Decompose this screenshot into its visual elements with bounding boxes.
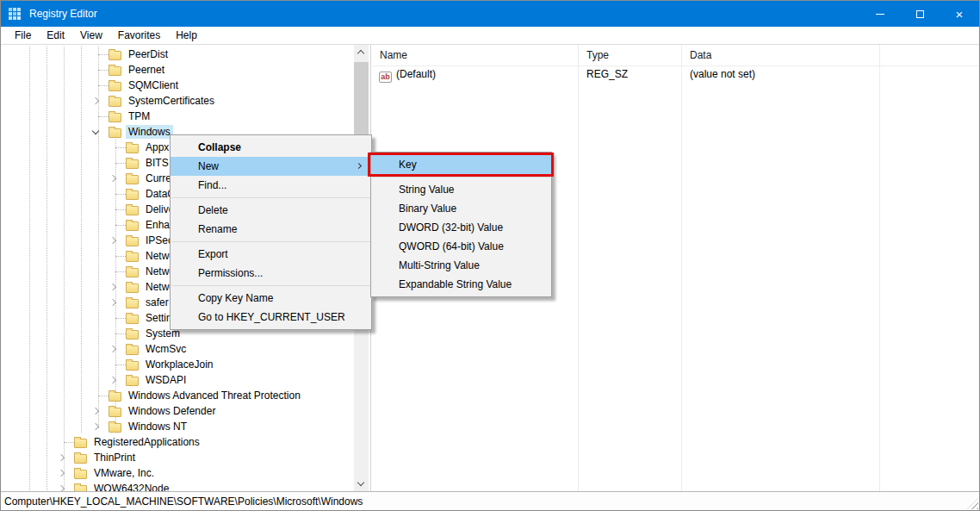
column-divider[interactable]: [681, 45, 682, 491]
chevron-right-icon[interactable]: [109, 299, 116, 306]
submenu-item-string-value[interactable]: String Value: [371, 180, 551, 199]
context-menu-separator: [171, 285, 370, 286]
context-menu-item-permissions[interactable]: Permissions...: [171, 264, 371, 283]
tree-item-systemcertificates[interactable]: SystemCertificates: [1, 93, 370, 109]
folder-icon: [126, 299, 139, 308]
submenu-item-qword-64-bit-value[interactable]: QWORD (64-bit) Value: [371, 237, 551, 256]
submenu-item-expandable-string-value[interactable]: Expandable String Value: [371, 275, 551, 294]
chevron-right-icon[interactable]: [92, 97, 99, 104]
tree-item-label: WcmSvc: [143, 342, 189, 356]
tree-item-wcmsvc[interactable]: WcmSvc: [1, 341, 370, 357]
chevron-right-icon[interactable]: [109, 346, 116, 352]
menubar-item-file[interactable]: File: [7, 27, 39, 44]
expander-slot: [107, 295, 121, 310]
tree-item-thinprint[interactable]: ThinPrint: [1, 450, 370, 465]
tree-item-label: Windows Defender: [126, 404, 218, 418]
chevron-right-icon[interactable]: [58, 470, 65, 477]
context-menu-item-go-to-hkey-current-user[interactable]: Go to HKEY_CURRENT_USER: [171, 308, 371, 327]
maximize-icon: [916, 10, 924, 18]
maximize-button[interactable]: [900, 1, 940, 27]
tree-guide-stub: [115, 256, 126, 257]
tree-item-label: TPM: [126, 109, 152, 123]
tree-item-peernet[interactable]: Peernet: [1, 62, 370, 78]
tree-item-windows-nt[interactable]: Windows NT: [1, 419, 370, 434]
folder-icon: [109, 408, 121, 417]
chevron-right-icon[interactable]: [109, 284, 116, 290]
tree-item-label: WSDAPI: [143, 373, 189, 387]
tree-guide-stub: [98, 116, 109, 117]
expander-slot: [55, 465, 69, 481]
folder-icon: [126, 175, 139, 184]
menubar-item-help[interactable]: Help: [168, 27, 205, 44]
submenu-arrow-icon: [356, 163, 362, 169]
context-menu-item-delete[interactable]: Delete: [171, 201, 371, 220]
tree-item-peerdist[interactable]: PeerDist: [1, 47, 370, 62]
titlebar[interactable]: Registry Editor ×: [1, 1, 979, 27]
submenu-item-binary-value[interactable]: Binary Value: [371, 199, 551, 218]
context-menu-item-new[interactable]: New: [171, 157, 371, 176]
menubar: FileEditViewFavoritesHelp: [1, 27, 979, 44]
tree-item-windows-defender[interactable]: Windows Defender: [1, 403, 370, 419]
chevron-right-icon[interactable]: [92, 408, 99, 414]
tree-item-wsdapi[interactable]: WSDAPI: [1, 372, 370, 388]
tree-item-label: SystemCertificates: [126, 94, 217, 108]
folder-icon: [126, 377, 139, 386]
folder-icon: [126, 252, 139, 262]
chevron-down-icon[interactable]: [92, 128, 99, 134]
scroll-up-button[interactable]: [354, 45, 369, 59]
expander-slot: [90, 124, 103, 140]
column-header-data[interactable]: Data: [690, 45, 711, 66]
expander-slot: [107, 326, 121, 341]
tree-item-registeredapplications[interactable]: RegisteredApplications: [1, 434, 370, 450]
context-menu-separator: [171, 241, 370, 242]
chevron-right-icon[interactable]: [58, 454, 65, 461]
submenu-item-dword-32-bit-value[interactable]: DWORD (32-bit) Value: [371, 218, 551, 237]
tree-guide-stub: [98, 85, 109, 86]
tree-item-workplacejoin[interactable]: WorkplaceJoin: [1, 357, 370, 372]
minimize-button[interactable]: [860, 1, 900, 27]
tree-item-windows-advanced-threat-protection[interactable]: Windows Advanced Threat Protection: [1, 388, 370, 403]
selected-key-path: Computer\HKEY_LOCAL_MACHINE\SOFTWARE\Pol…: [1, 495, 363, 508]
value-row-default[interactable]: ab(Default)REG_SZ(value not set): [372, 66, 979, 83]
tree-item-sqmclient[interactable]: SQMClient: [1, 78, 370, 93]
chevron-right-icon[interactable]: [109, 377, 116, 383]
context-menu-item-rename[interactable]: Rename: [171, 220, 371, 239]
folder-icon: [126, 221, 139, 231]
tree-item-vmware-inc[interactable]: VMware, Inc.: [1, 465, 370, 481]
context-menu-item-export[interactable]: Export: [171, 245, 371, 264]
menubar-item-edit[interactable]: Edit: [39, 27, 72, 44]
tree-item-label: RegisteredApplications: [91, 435, 202, 449]
scroll-down-button[interactable]: [354, 477, 369, 491]
folder-icon: [126, 330, 139, 340]
column-header-name[interactable]: Name: [380, 45, 407, 66]
tree-item-tpm[interactable]: TPM: [1, 109, 370, 124]
context-menu-item-copy-key-name[interactable]: Copy Key Name: [171, 289, 371, 308]
chevron-right-icon[interactable]: [58, 485, 65, 491]
column-divider[interactable]: [578, 45, 579, 491]
chevron-right-icon[interactable]: [92, 423, 99, 430]
folder-icon: [109, 97, 121, 107]
tree-item-label: SQMClient: [126, 78, 181, 92]
expander-slot: [107, 279, 121, 295]
column-header-type[interactable]: Type: [586, 45, 609, 66]
context-menu-item-find[interactable]: Find...: [171, 176, 371, 195]
context-menu-item-collapse[interactable]: Collapse: [171, 138, 371, 157]
submenu-item-multi-string-value[interactable]: Multi-String Value: [371, 256, 551, 275]
menubar-item-view[interactable]: View: [72, 27, 110, 44]
folder-icon: [126, 144, 139, 153]
tree-item-label: Windows Advanced Threat Protection: [126, 389, 303, 402]
expander-slot: [90, 419, 103, 434]
chevron-right-icon[interactable]: [109, 237, 116, 244]
chevron-right-icon[interactable]: [109, 175, 116, 182]
tree-guide-stub: [98, 396, 109, 396]
close-button[interactable]: ×: [940, 1, 979, 27]
tree-item-wow6432node[interactable]: WOW6432Node: [1, 481, 370, 491]
column-divider[interactable]: [879, 45, 880, 491]
tree-item-label: Appx: [143, 140, 171, 154]
expander-slot: [107, 357, 121, 372]
menubar-item-favorites[interactable]: Favorites: [110, 27, 168, 44]
resize-grip-icon[interactable]: [967, 498, 978, 509]
tree-guide-stub: [115, 225, 126, 226]
tree-item-label: WorkplaceJoin: [143, 358, 215, 371]
tree-item-label: PeerDist: [126, 47, 171, 61]
